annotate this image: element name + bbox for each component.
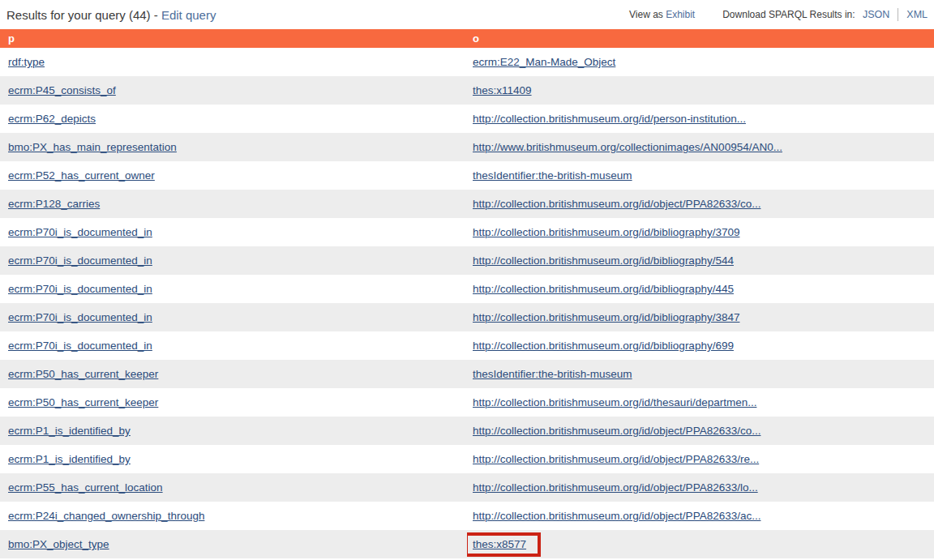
predicate-link[interactable]: ecrm:P24i_changed_ownership_through [8,510,204,522]
download-links: JSONXML [863,8,928,21]
view-as-group: View as Exhibit [629,9,695,20]
table-row: ecrm:P50_has_current_keeperhttp://collec… [0,388,934,417]
download-label: Download SPARQL Results in: [722,9,858,20]
cell-o: http://collection.britishmuseum.org/id/b… [467,218,934,246]
object-link[interactable]: ecrm:E22_Man-Made_Object [473,56,615,68]
cell-p: ecrm:P24i_changed_ownership_through [0,502,467,530]
cell-p: ecrm:P50_has_current_keeper [0,388,467,417]
cell-o: http://collection.britishmuseum.org/id/b… [467,331,934,360]
results-table: p o rdf:typeecrm:E22_Man-Made_Objectecrm… [0,29,934,558]
predicate-link[interactable]: ecrm:P70i_is_documented_in [8,283,152,295]
cell-p: ecrm:P45_consists_of [0,76,467,105]
predicate-link[interactable]: ecrm:P70i_is_documented_in [8,226,152,238]
cell-p: ecrm:P52_has_current_owner [0,161,467,190]
cell-o: http://collection.britishmuseum.org/id/o… [467,473,934,502]
predicate-link[interactable]: ecrm:P55_has_current_location [8,481,163,494]
cell-o: thesIdentifier:the-british-museum [467,360,934,388]
table-row: ecrm:P45_consists_ofthes:x11409 [0,76,934,105]
download-xml-link[interactable]: XML [906,9,928,20]
link-separator [898,8,898,21]
object-link[interactable]: http://collection.britishmuseum.org/id/t… [473,396,756,408]
cell-o: http://collection.britishmuseum.org/id/p… [467,105,934,133]
cell-o: http://collection.britishmuseum.org/id/b… [467,303,934,331]
page-title: Results for your query (44) - Edit query [6,8,216,22]
table-row: ecrm:P70i_is_documented_inhttp://collect… [0,246,934,275]
predicate-link[interactable]: ecrm:P50_has_current_keeper [8,396,158,408]
object-link[interactable]: http://collection.britishmuseum.org/id/p… [473,113,746,125]
predicate-link[interactable]: ecrm:P45_consists_of [8,84,116,96]
results-table-header: p o [0,29,934,48]
cell-o: http://collection.britishmuseum.org/id/o… [467,502,934,530]
predicate-link[interactable]: ecrm:P52_has_current_owner [8,169,155,182]
predicate-link[interactable]: ecrm:P70i_is_documented_in [8,340,152,352]
cell-p: ecrm:P70i_is_documented_in [0,331,467,360]
object-link[interactable]: thes:x8577 [473,538,526,550]
predicate-link[interactable]: ecrm:P70i_is_documented_in [8,254,152,267]
predicate-link[interactable]: ecrm:P1_is_identified_by [8,425,131,437]
table-row: ecrm:P50_has_current_keeperthesIdentifie… [0,360,934,388]
cell-o: thes:x11409 [467,76,934,105]
cell-o: http://www.britishmuseum.org/collectioni… [467,133,934,161]
cell-o: http://collection.britishmuseum.org/id/t… [467,388,934,417]
object-link[interactable]: thes:x11409 [473,84,532,96]
table-row: ecrm:P128_carrieshttp://collection.briti… [0,190,934,218]
table-row: ecrm:P52_has_current_ownerthesIdentifier… [0,161,934,190]
object-link[interactable]: http://collection.britishmuseum.org/id/b… [473,226,739,238]
predicate-link[interactable]: bmo:PX_has_main_representation [8,141,177,153]
table-row: ecrm:P70i_is_documented_inhttp://collect… [0,275,934,303]
cell-o: http://collection.britishmuseum.org/id/o… [467,445,934,473]
cell-o: http://collection.britishmuseum.org/id/o… [467,190,934,218]
table-row: ecrm:P70i_is_documented_inhttp://collect… [0,218,934,246]
table-row: ecrm:P62_depictshttp://collection.britis… [0,105,934,133]
results-table-body: rdf:typeecrm:E22_Man-Made_Objectecrm:P45… [0,48,934,558]
table-row: bmo:PX_object_typethes:x8577 [0,530,934,558]
predicate-link[interactable]: ecrm:P62_depicts [8,113,96,125]
predicate-link[interactable]: ecrm:P70i_is_documented_in [8,311,152,323]
table-row: ecrm:P1_is_identified_byhttp://collectio… [0,445,934,473]
object-link[interactable]: http://collection.britishmuseum.org/id/o… [473,453,759,465]
view-as-label: View as [629,9,666,20]
table-row: ecrm:P24i_changed_ownership_throughhttp:… [0,502,934,530]
predicate-link[interactable]: ecrm:P50_has_current_keeper [8,368,158,380]
cell-o: http://collection.britishmuseum.org/id/b… [467,246,934,275]
table-row: ecrm:P55_has_current_locationhttp://coll… [0,473,934,502]
predicate-link[interactable]: bmo:PX_object_type [8,538,109,550]
top-bar: Results for your query (44) - Edit query… [0,0,934,29]
table-row: bmo:PX_has_main_representationhttp://www… [0,133,934,161]
predicate-link[interactable]: rdf:type [8,56,45,68]
object-link[interactable]: http://collection.britishmuseum.org/id/o… [473,425,760,437]
table-row: ecrm:P70i_is_documented_inhttp://collect… [0,331,934,360]
object-link[interactable]: http://collection.britishmuseum.org/id/b… [473,254,734,267]
results-count-title: Results for your query (44) [6,8,151,22]
object-link[interactable]: http://www.britishmuseum.org/collectioni… [473,141,782,153]
predicate-link[interactable]: ecrm:P1_is_identified_by [8,453,131,465]
object-link[interactable]: http://collection.britishmuseum.org/id/o… [473,198,760,210]
cell-o: http://collection.britishmuseum.org/id/o… [467,417,934,445]
object-link[interactable]: http://collection.britishmuseum.org/id/b… [473,283,734,295]
object-link[interactable]: thesIdentifier:the-british-museum [473,169,632,182]
object-link[interactable]: http://collection.britishmuseum.org/id/o… [473,510,760,522]
table-row: ecrm:P70i_is_documented_inhttp://collect… [0,303,934,331]
download-json-link[interactable]: JSON [863,9,889,20]
table-row: ecrm:P1_is_identified_byhttp://collectio… [0,417,934,445]
object-link[interactable]: http://collection.britishmuseum.org/id/o… [473,481,758,494]
top-right-links: View as Exhibit Download SPARQL Results … [629,8,928,21]
header-row: p o [0,29,934,48]
cell-p: ecrm:P1_is_identified_by [0,445,467,473]
exhibit-link[interactable]: Exhibit [666,9,695,20]
edit-query-link[interactable]: Edit query [161,8,216,22]
cell-p: ecrm:P70i_is_documented_in [0,246,467,275]
cell-o: thes:x8577 [467,530,934,558]
cell-p: ecrm:P70i_is_documented_in [0,218,467,246]
object-link[interactable]: thesIdentifier:the-british-museum [473,368,632,380]
cell-o: thesIdentifier:the-british-museum [467,161,934,190]
download-group: Download SPARQL Results in: JSONXML [722,8,928,21]
object-link[interactable]: http://collection.britishmuseum.org/id/b… [473,311,739,323]
cell-p: rdf:type [0,48,467,76]
title-separator: - [151,8,161,22]
cell-p: ecrm:P70i_is_documented_in [0,275,467,303]
predicate-link[interactable]: ecrm:P128_carries [8,198,100,210]
cell-p: ecrm:P55_has_current_location [0,473,467,502]
object-link[interactable]: http://collection.britishmuseum.org/id/b… [473,340,734,352]
cell-p: bmo:PX_object_type [0,530,467,558]
